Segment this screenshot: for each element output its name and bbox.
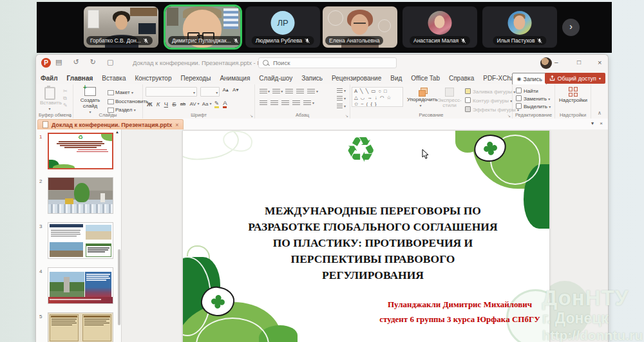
cut-copy-painter-buttons[interactable]: ✂⧉✎ bbox=[63, 88, 68, 109]
line-spacing-button[interactable] bbox=[307, 89, 315, 94]
shape-fill-button[interactable]: Заливка фигуры ▾ bbox=[465, 88, 519, 97]
numbering-button[interactable] bbox=[272, 89, 280, 94]
reset-button[interactable]: Восстановить bbox=[108, 97, 148, 106]
align-left-button[interactable] bbox=[260, 100, 267, 106]
character-spacing-button[interactable]: AV bbox=[189, 101, 196, 107]
slide-thumbnail-1[interactable]: ♻ bbox=[48, 133, 113, 169]
slide-title[interactable]: МЕЖДУНАРОДНЫЕ ПЕРЕГОВОРЫ ПО РАЗРАБОТКЕ Г… bbox=[218, 203, 527, 283]
underline-button[interactable]: Ч bbox=[164, 100, 168, 108]
share-button[interactable]: Общий доступ ▾ bbox=[545, 73, 605, 84]
font-color-button[interactable]: А bbox=[223, 99, 227, 108]
slide-author[interactable]: Пуланджакли Димитрис Михайлович студент … bbox=[363, 297, 550, 327]
font-row1: ▾ ▾ A▴ A▾ bbox=[146, 87, 240, 97]
dialog-launcher-icon[interactable]: ↘ bbox=[68, 113, 71, 118]
select-button[interactable]: Выделить ▾ bbox=[516, 103, 551, 111]
participant-tile-gorbatko[interactable]: Горбатко С.В. Дон... bbox=[84, 6, 158, 48]
slide-thumbnail-3[interactable] bbox=[48, 222, 113, 259]
quick-access-toolbar[interactable]: ▤ ↺ ↻ ▢ bbox=[55, 58, 118, 66]
addins-button[interactable]: Надстройки bbox=[558, 86, 589, 103]
dialog-launcher-icon[interactable]: ↘ bbox=[345, 113, 348, 118]
italic-button[interactable]: К bbox=[156, 100, 160, 108]
minimize-button[interactable]: – bbox=[554, 59, 558, 66]
caret-down-icon: ▾ bbox=[548, 97, 550, 101]
maximize-button[interactable]: □ bbox=[577, 59, 581, 66]
increase-indent-button[interactable] bbox=[296, 89, 304, 94]
tab-menu-button[interactable]: ▾ bbox=[591, 120, 594, 126]
slide-editing-surface[interactable]: ♻ МЕЖДУНАРОДНЫЕ ПЕРЕГОВОРЫ ПО РАЗРАБОТКЕ… bbox=[182, 130, 550, 342]
participant-tile-anastasia[interactable]: Анастасия Малая bbox=[402, 6, 477, 48]
replace-button[interactable]: Заменить ▾ bbox=[516, 95, 551, 103]
search-input[interactable] bbox=[272, 59, 371, 67]
align-center-button[interactable] bbox=[270, 100, 278, 106]
font-size-select[interactable]: ▾ bbox=[200, 87, 220, 97]
strikethrough-button[interactable]: S bbox=[172, 100, 176, 108]
slide-thumbnail-2[interactable] bbox=[48, 177, 113, 214]
record-button[interactable]: ◉ Запись bbox=[512, 73, 547, 85]
convert-smartart-button[interactable]: ▾ bbox=[336, 102, 346, 110]
paragraph-row2: ▾ bbox=[258, 100, 314, 106]
quick-styles-button[interactable]: Экспресс-стили bbox=[437, 88, 462, 108]
share-label: Общий доступ bbox=[558, 75, 596, 82]
shrink-font-button[interactable]: A▾ bbox=[232, 87, 238, 93]
caret-down-icon: ▾ bbox=[193, 90, 195, 95]
tab-transitions[interactable]: Переходы bbox=[176, 73, 215, 86]
thumb-photo-building bbox=[48, 178, 74, 190]
bullets-button[interactable] bbox=[260, 89, 267, 94]
shapes-gallery[interactable]: А ╲ ╲ ▭ ○ □ △ ◡ → ↓ ◠ ☆ ✩ ~ ( { } bbox=[352, 87, 403, 107]
shape-outline-label: Контур фигуры bbox=[473, 98, 509, 104]
collapse-ribbon-button[interactable]: ∧ bbox=[598, 110, 601, 116]
participant-tile-ludmila[interactable]: ЛР Людмила Рублева bbox=[245, 6, 320, 48]
align-text-button[interactable]: ▾ bbox=[336, 95, 346, 102]
account-avatar[interactable] bbox=[540, 57, 552, 69]
new-slide-button[interactable]: Создать слайд ▾ bbox=[75, 87, 105, 115]
group-font: ▾ ▾ A▴ A▾ Ж К Ч S ab AV▾ Aa▾ ✎ А Шрифт bbox=[143, 84, 255, 119]
close-button[interactable]: × bbox=[598, 59, 601, 66]
justify-button[interactable] bbox=[292, 100, 300, 106]
tab-insert[interactable]: Вставка bbox=[97, 73, 130, 86]
tab-slideshow[interactable]: Слайд-шоу bbox=[254, 73, 297, 86]
participant-tile-elena[interactable]: Елена Анатольевна bbox=[323, 6, 397, 48]
grow-font-button[interactable]: A▴ bbox=[222, 87, 228, 93]
slide-thumbnail-5[interactable] bbox=[48, 312, 113, 342]
shape-outline-button[interactable]: Контур фигуры ▾ bbox=[465, 97, 519, 106]
columns-button[interactable] bbox=[303, 100, 311, 106]
text-direction-button[interactable]: ▾ bbox=[336, 87, 346, 95]
arrange-button[interactable]: Упорядочить ▾ bbox=[407, 88, 434, 108]
decrease-indent-button[interactable] bbox=[285, 89, 293, 94]
align-right-button[interactable] bbox=[281, 100, 289, 106]
slide-thumbnail-4[interactable] bbox=[48, 267, 113, 304]
tab-design[interactable]: Конструктор bbox=[130, 73, 176, 86]
caret-down-icon: ▾ bbox=[419, 104, 421, 108]
search-box[interactable] bbox=[258, 57, 397, 68]
tab-close-all-button[interactable]: × bbox=[600, 120, 603, 126]
panel-collapse-icon[interactable]: ▲ bbox=[115, 130, 119, 134]
dialog-launcher-icon[interactable]: ↘ bbox=[507, 113, 511, 118]
paste-icon bbox=[44, 87, 55, 100]
paste-button[interactable]: Вставить ▾ bbox=[40, 87, 59, 111]
thumbnail-scrollbar[interactable] bbox=[118, 249, 120, 325]
document-tab[interactable]: Доклад к конференции. Презентация.pptx × bbox=[37, 119, 184, 129]
layout-button[interactable]: Макет ▾ bbox=[108, 88, 148, 97]
participant-tile-ilya[interactable]: Илья Пастухов bbox=[482, 6, 557, 48]
title-line: ПО ПЛАСТИКУ: ПРОТИВОРЕЧИЯ И bbox=[218, 235, 527, 251]
thumb-photo-monument bbox=[50, 272, 84, 298]
tab-animations[interactable]: Анимация bbox=[215, 73, 254, 86]
find-button[interactable]: Найти bbox=[516, 88, 551, 95]
highlight-color-button[interactable]: ✎ bbox=[214, 100, 219, 108]
dialog-launcher-icon[interactable]: ↘ bbox=[250, 113, 253, 118]
bold-button[interactable]: Ж bbox=[147, 100, 153, 108]
tab-record[interactable]: Запись bbox=[297, 73, 327, 86]
tab-file[interactable]: Файл bbox=[36, 73, 62, 86]
participant-name: Илья Пастухов bbox=[497, 37, 535, 44]
tab-view[interactable]: Вид bbox=[386, 73, 406, 86]
tab-close-icon[interactable]: × bbox=[175, 122, 178, 128]
participant-tile-dimitris[interactable]: Димитрис Пуланджак... bbox=[166, 6, 240, 48]
tab-office-tab[interactable]: Office Tab bbox=[406, 73, 444, 86]
tab-help[interactable]: Справка bbox=[444, 73, 478, 86]
participant-name-pill: Илья Пастухов bbox=[493, 36, 546, 45]
tab-review[interactable]: Рецензирование bbox=[327, 73, 386, 86]
shadow-button[interactable]: ab bbox=[180, 101, 185, 107]
next-participants-button[interactable]: › bbox=[562, 19, 580, 36]
font-name-select[interactable]: ▾ bbox=[146, 87, 197, 97]
change-case-button[interactable]: Aa bbox=[202, 101, 209, 107]
